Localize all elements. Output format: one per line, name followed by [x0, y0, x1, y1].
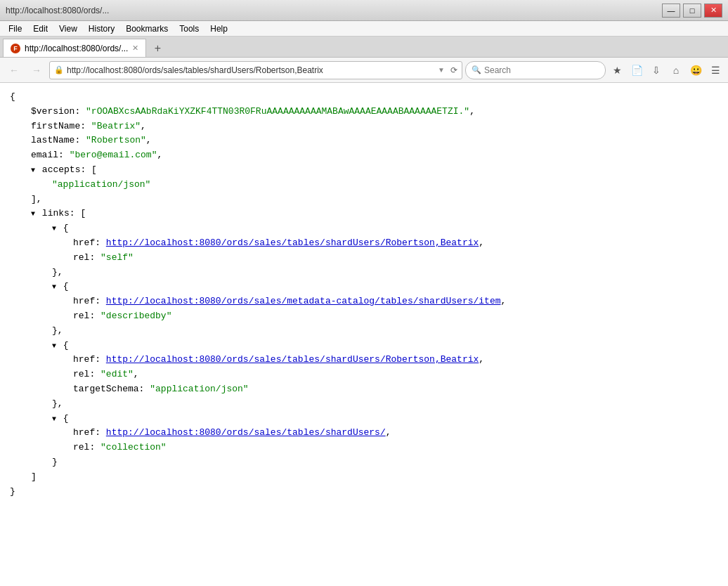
refresh-button[interactable]: ⟳: [450, 65, 457, 75]
window-controls: — □ ✕: [662, 4, 722, 18]
accepts-collapse-icon[interactable]: ▼: [31, 165, 35, 176]
link3-collapse-icon[interactable]: ▼: [52, 341, 56, 352]
title-bar: http://localhost:8080/ords/... — □ ✕: [0, 0, 728, 21]
json-version: $version: "rOOABXcsAAbRdaKiYXZKF4TTN03R0…: [10, 105, 718, 119]
json-links: ▼ links: [: [10, 207, 718, 221]
menu-bookmarks[interactable]: Bookmarks: [120, 22, 174, 35]
json-root-open: {: [10, 90, 718, 105]
json-root-close: }: [10, 485, 718, 500]
json-link3-rel: rel: "edit",: [10, 367, 718, 382]
menu-bar: File Edit View History Bookmarks Tools H…: [0, 21, 728, 37]
menu-help[interactable]: Help: [204, 22, 233, 35]
json-link3-close: },: [10, 397, 718, 412]
json-lastname: lastName: "Robertson",: [10, 134, 718, 148]
json-links-close: ]: [10, 470, 718, 485]
json-link4-href: href: http://localhost:8080/ords/sales/t…: [10, 426, 718, 441]
menu-button[interactable]: ☰: [707, 62, 724, 79]
tab-bar: F http://localhost:8080/ords/... ✕ +: [0, 37, 728, 58]
link3-href-link[interactable]: http://localhost:8080/ords/sales/tables/…: [106, 354, 479, 365]
link1-href-link[interactable]: http://localhost:8080/ords/sales/tables/…: [106, 237, 479, 248]
link1-collapse-icon[interactable]: ▼: [52, 223, 56, 235]
url-dropdown-icon[interactable]: ▼: [438, 66, 445, 74]
tab-label: http://localhost:8080/ords/...: [25, 44, 128, 53]
back-button[interactable]: ←: [4, 60, 24, 80]
new-tab-button[interactable]: +: [149, 40, 166, 57]
url-bar[interactable]: 🔒 ▼ ⟳: [49, 61, 462, 79]
url-input[interactable]: [67, 65, 435, 75]
json-link4-open: ▼ {: [10, 412, 718, 427]
json-link2-href: href: http://localhost:8080/ords/sales/m…: [10, 294, 718, 309]
menu-view[interactable]: View: [53, 22, 83, 35]
json-link4-close: }: [10, 455, 718, 470]
nav-bar: ← → 🔒 ▼ ⟳ 🔍 ★ 📄 ⇩ ⌂ 😀 ☰: [0, 58, 728, 83]
json-accepts-close: ],: [10, 193, 718, 207]
json-link2-rel: rel: "describedby": [10, 309, 718, 324]
search-bar[interactable]: 🔍: [465, 61, 606, 79]
forward-button[interactable]: →: [27, 60, 46, 80]
maximize-button[interactable]: □: [683, 4, 701, 18]
menu-edit[interactable]: Edit: [27, 22, 53, 35]
content-area: { $version: "rOOABXcsAAbRdaKiYXZKF4TTN03…: [0, 83, 728, 586]
json-accepts-value: "application/json": [10, 178, 718, 193]
minimize-button[interactable]: —: [662, 4, 680, 18]
json-link1-close: },: [10, 266, 718, 280]
json-accepts: ▼ accepts: [: [10, 163, 718, 178]
active-tab[interactable]: F http://localhost:8080/ords/... ✕: [3, 39, 146, 57]
menu-file[interactable]: File: [3, 22, 27, 35]
menu-tools[interactable]: Tools: [174, 22, 204, 35]
bookmark-star-button[interactable]: ★: [609, 62, 625, 79]
links-collapse-icon[interactable]: ▼: [31, 209, 35, 220]
json-link2-open: ▼ {: [10, 280, 718, 294]
link4-href-link[interactable]: http://localhost:8080/ords/sales/tables/…: [106, 427, 386, 438]
json-email: email: "bero@email.com",: [10, 148, 718, 163]
json-link3-targetschema: targetSchema: "application/json": [10, 382, 718, 397]
home-button[interactable]: ⌂: [668, 62, 684, 79]
link4-collapse-icon[interactable]: ▼: [52, 414, 56, 425]
app-title: http://localhost:8080/ords/...: [6, 6, 109, 15]
menu-history[interactable]: History: [83, 22, 120, 35]
tab-close-button[interactable]: ✕: [132, 44, 138, 53]
json-link3-open: ▼ {: [10, 339, 718, 353]
json-link2-close: },: [10, 324, 718, 339]
json-firstname: firstName: "Beatrix",: [10, 119, 718, 134]
download-button[interactable]: ⇩: [648, 62, 665, 79]
tab-favicon: F: [11, 44, 20, 53]
json-link1-href: href: http://localhost:8080/ords/sales/t…: [10, 236, 718, 251]
lock-icon: 🔒: [54, 65, 64, 74]
close-button[interactable]: ✕: [704, 4, 722, 18]
json-link1-rel: rel: "self": [10, 251, 718, 266]
link2-href-link[interactable]: http://localhost:8080/ords/sales/metadat…: [106, 296, 501, 306]
bookmarks-button[interactable]: 📄: [628, 62, 645, 79]
json-link4-rel: rel: "collection": [10, 441, 718, 455]
json-link3-href: href: http://localhost:8080/ords/sales/t…: [10, 353, 718, 367]
search-input[interactable]: [484, 65, 599, 75]
user-button[interactable]: 😀: [687, 62, 704, 79]
search-icon: 🔍: [472, 65, 481, 74]
json-link1-open: ▼ {: [10, 221, 718, 236]
link2-collapse-icon[interactable]: ▼: [52, 282, 56, 293]
